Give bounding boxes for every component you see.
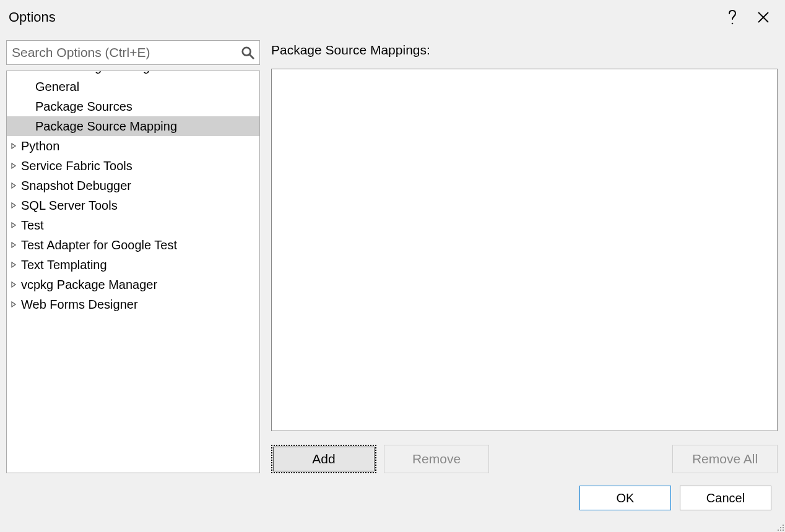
tree-item-label: Package Source Mapping <box>35 120 177 133</box>
tree-item-label: Web Forms Designer <box>21 298 138 311</box>
search-input[interactable] <box>12 45 241 60</box>
tree-item-label: General <box>35 80 79 93</box>
chevron-right-icon[interactable] <box>9 141 19 151</box>
tree-item[interactable]: Service Fabric Tools <box>7 156 259 176</box>
svg-point-0 <box>732 22 734 24</box>
tree-item-label: Test <box>21 219 44 232</box>
panel-heading: Package Source Mappings: <box>271 43 778 58</box>
mappings-listbox[interactable] <box>271 69 778 431</box>
resize-grip[interactable] <box>775 522 784 531</box>
chevron-right-icon[interactable] <box>9 220 19 230</box>
chevron-right-icon[interactable] <box>9 299 19 309</box>
remove-all-button: Remove All <box>672 445 778 473</box>
chevron-right-icon[interactable] <box>9 260 19 270</box>
title-bar: Options <box>0 0 785 34</box>
close-icon <box>757 11 770 24</box>
tree-item[interactable]: Snapshot Debugger <box>7 176 259 195</box>
tree-item[interactable]: NuGet Package Manager <box>7 71 259 77</box>
chevron-right-icon[interactable] <box>9 240 19 250</box>
search-box[interactable] <box>6 40 260 65</box>
options-tree[interactable]: Database ToolsF# ToolsGraphics Diagnosti… <box>6 71 260 473</box>
tree-item[interactable]: Web Forms Designer <box>7 294 259 314</box>
tree-item-label: Test Adapter for Google Test <box>21 239 177 252</box>
remove-button: Remove <box>384 445 489 473</box>
tree-item[interactable]: Text Templating <box>7 255 259 275</box>
tree-item[interactable]: Package Source Mapping <box>7 116 259 136</box>
tree-item-label: Service Fabric Tools <box>21 160 132 173</box>
tree-item-label: vcpkg Package Manager <box>21 278 157 291</box>
ok-button[interactable]: OK <box>579 486 671 510</box>
add-button[interactable]: Add <box>271 445 376 473</box>
tree-item[interactable]: Python <box>7 136 259 156</box>
chevron-right-icon[interactable] <box>9 280 19 290</box>
tree-item[interactable]: Package Sources <box>7 97 259 116</box>
tree-item[interactable]: SQL Server Tools <box>7 195 259 215</box>
cancel-button[interactable]: Cancel <box>680 486 771 510</box>
chevron-right-icon[interactable] <box>9 200 19 210</box>
search-icon <box>241 46 254 59</box>
svg-line-2 <box>249 54 253 58</box>
chevron-down-icon[interactable] <box>9 71 19 72</box>
help-button[interactable] <box>717 2 748 33</box>
tree-item-label: Python <box>21 140 59 153</box>
tree-item[interactable]: Test Adapter for Google Test <box>7 235 259 255</box>
chevron-right-icon[interactable] <box>9 161 19 171</box>
tree-item[interactable]: vcpkg Package Manager <box>7 275 259 294</box>
chevron-right-icon[interactable] <box>9 181 19 191</box>
tree-item-label: SQL Server Tools <box>21 199 118 212</box>
tree-item[interactable]: General <box>7 77 259 97</box>
window-title: Options <box>9 9 717 25</box>
help-icon <box>727 10 737 25</box>
tree-item-label: NuGet Package Manager <box>21 71 161 74</box>
close-button[interactable] <box>748 2 779 33</box>
tree-item-label: Snapshot Debugger <box>21 179 131 192</box>
tree-item[interactable]: Test <box>7 215 259 235</box>
tree-item-label: Package Sources <box>35 100 132 113</box>
tree-item-label: Text Templating <box>21 259 107 272</box>
